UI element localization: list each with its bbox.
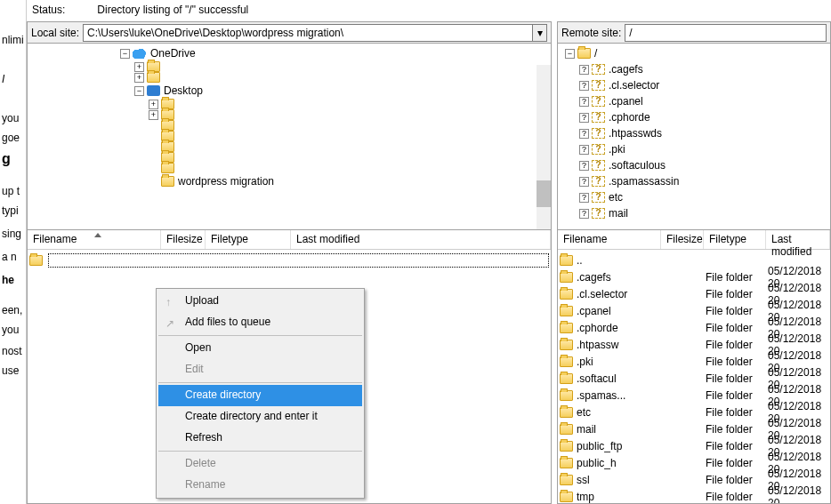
expand-icon[interactable]: ? [579, 193, 589, 203]
local-tree[interactable]: − OneDrive + + − Desktop + [28, 44, 551, 230]
status-bar: Status: Directory listing of "/" success… [27, 0, 831, 21]
upload-arrow-icon: ↑ [165, 296, 171, 308]
remote-site-row: Remote site: [558, 22, 830, 44]
unknown-folder-icon [592, 176, 605, 187]
col-modified[interactable]: Last modified [766, 230, 830, 249]
scrollbar[interactable] [537, 65, 551, 230]
expand-icon[interactable]: ? [579, 81, 589, 91]
status-label: Status: [32, 4, 94, 16]
expand-icon[interactable]: + [134, 73, 144, 83]
desktop-icon [147, 85, 160, 96]
col-filename[interactable]: Filename [28, 230, 161, 249]
tree-item[interactable]: + [149, 109, 547, 120]
remote-list-body[interactable]: ...cagefsFile folder05/12/2018 20.cl.sel… [558, 250, 830, 503]
tree-item[interactable] [149, 120, 547, 131]
folder-icon [560, 407, 573, 418]
col-filesize[interactable]: Filesize [661, 230, 704, 249]
cloud-icon [133, 48, 147, 59]
folder-icon [560, 255, 573, 266]
ctx-create-directory[interactable]: Create directory [158, 385, 362, 406]
ctx-delete[interactable]: Delete [158, 453, 362, 475]
unknown-folder-icon [592, 192, 605, 203]
expand-icon[interactable]: + [134, 62, 144, 72]
ctx-open[interactable]: Open [158, 338, 362, 359]
folder-icon [560, 373, 573, 384]
remote-path-input[interactable] [625, 24, 827, 42]
tree-item-root[interactable]: − / [565, 45, 827, 61]
tree-item[interactable]: + [134, 61, 547, 72]
tree-item[interactable]: ?.htpasswds [579, 125, 827, 141]
tree-item[interactable] [149, 163, 547, 173]
ctx-create-directory-enter[interactable]: Create directory and enter it [158, 406, 362, 428]
folder-icon [577, 48, 591, 59]
folder-icon [560, 356, 573, 367]
expand-icon[interactable]: + [149, 100, 158, 109]
ctx-refresh[interactable]: Refresh [158, 428, 362, 449]
tree-item[interactable]: ?.cphorde [579, 109, 827, 125]
col-filetype[interactable]: Filetype [704, 230, 766, 249]
tree-item[interactable] [149, 131, 547, 141]
tree-item[interactable]: ?etc [579, 189, 827, 205]
expand-icon[interactable]: ? [579, 129, 589, 139]
tree-item[interactable]: ?.softaculous [579, 157, 827, 173]
local-list-header[interactable]: Filename Filesize Filetype Last modified [28, 230, 551, 250]
unknown-folder-icon [592, 96, 605, 107]
collapse-icon[interactable]: − [120, 49, 130, 59]
col-filetype[interactable]: Filetype [206, 230, 291, 249]
expand-icon[interactable]: ? [579, 113, 589, 123]
unknown-folder-icon [592, 80, 605, 91]
context-menu: ↑Upload ↗Add files to queue Open Edit Cr… [156, 288, 365, 499]
folder-icon [147, 72, 160, 83]
tree-item[interactable] [149, 152, 547, 163]
folder-icon [560, 390, 573, 401]
ctx-edit[interactable]: Edit [158, 359, 362, 380]
expand-icon[interactable]: ? [579, 161, 589, 171]
expand-icon[interactable]: ? [579, 177, 589, 187]
ctx-add-to-queue[interactable]: ↗Add files to queue [158, 312, 362, 333]
list-item-parent[interactable] [29, 252, 549, 268]
tree-item[interactable]: + [134, 72, 547, 83]
tree-item[interactable] [149, 141, 547, 152]
expand-icon[interactable]: ? [579, 209, 589, 219]
tree-item-desktop[interactable]: − Desktop [134, 83, 547, 99]
local-path-input[interactable] [83, 24, 533, 42]
remote-list-header[interactable]: Filename Filesize Filetype Last modified [558, 230, 830, 250]
remote-tree[interactable]: − / ?.cagefs?.cl.selector?.cpanel?.cphor… [558, 44, 830, 230]
ctx-upload[interactable]: ↑Upload [158, 291, 362, 312]
local-path-dropdown[interactable]: ▾ [533, 24, 547, 42]
tree-item[interactable]: ?.cagefs [579, 61, 827, 77]
expand-icon[interactable]: ? [579, 97, 589, 107]
list-item[interactable]: tmpFile folder05/12/2018 20 [560, 488, 828, 503]
tree-item[interactable]: ?.cl.selector [579, 77, 827, 93]
ctx-rename[interactable]: Rename [158, 475, 362, 496]
folder-icon [560, 441, 573, 452]
col-filesize[interactable]: Filesize [161, 230, 206, 249]
remote-pane: Remote site: − / ?.cagefs?.cl.selector?.… [557, 21, 831, 504]
tree-item[interactable]: ?.spamassassin [579, 173, 827, 189]
rename-input[interactable] [48, 253, 549, 268]
filezilla-window: Status: Directory listing of "/" success… [27, 0, 831, 504]
col-modified[interactable]: Last modified [291, 230, 551, 249]
queue-arrow-icon: ↗ [165, 317, 174, 330]
expand-icon[interactable]: ? [579, 65, 589, 75]
status-text: Directory listing of "/" successful [97, 4, 248, 16]
tree-item[interactable]: ?mail [579, 205, 827, 221]
collapse-icon[interactable]: − [565, 49, 575, 59]
folder-icon [560, 323, 573, 333]
unknown-folder-icon [592, 112, 605, 123]
tree-item[interactable]: ?.cpanel [579, 93, 827, 109]
folder-icon [560, 306, 573, 316]
folder-icon [29, 255, 43, 266]
folder-icon [560, 424, 573, 435]
folder-icon [560, 458, 573, 468]
tree-item[interactable]: + [149, 99, 547, 109]
local-site-row: Local site: ▾ [28, 22, 551, 44]
col-filename[interactable]: Filename [558, 230, 661, 249]
unknown-folder-icon [592, 160, 605, 171]
tree-item-wpm[interactable]: wordpress migration [149, 173, 547, 189]
tree-item-onedrive[interactable]: − OneDrive [120, 45, 547, 61]
collapse-icon[interactable]: − [134, 86, 144, 96]
expand-icon[interactable]: + [149, 110, 158, 120]
expand-icon[interactable]: ? [579, 145, 589, 155]
tree-item[interactable]: ?.pki [579, 141, 827, 157]
